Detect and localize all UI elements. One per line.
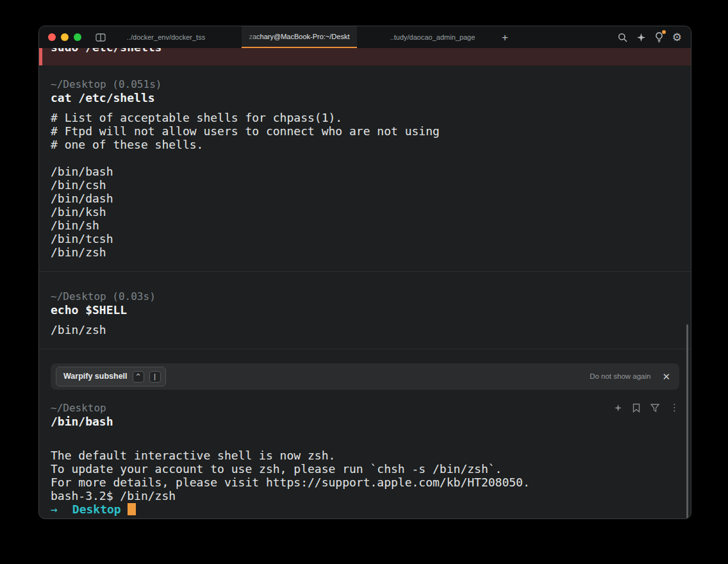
traffic-lights (48, 33, 81, 41)
lightbulb-icon[interactable] (655, 32, 663, 42)
cursor-block (128, 503, 136, 515)
gear-icon[interactable]: ⚙ (672, 32, 682, 43)
bookmark-icon[interactable] (633, 403, 640, 413)
prompt-label: ~/Desktop (0.051s) (51, 78, 679, 91)
tab-bar: ../docker_env/docker_tss zachary@MacBook… (39, 26, 691, 48)
zoom-window-button[interactable] (74, 33, 81, 41)
command-block-cat: ~/Desktop (0.051s) cat /etc/shells # Lis… (39, 65, 691, 271)
notification-dot (662, 30, 666, 34)
output-line: bash-3.2$ /bin/zsh (51, 489, 679, 502)
command-output: /bin/zsh (51, 323, 679, 336)
error-command-text: sudo /etc/shells (51, 48, 691, 54)
prompt-label: ~/Desktop (0.03s) (51, 290, 679, 303)
warpify-subshell-button[interactable]: Warpify subshell ^ | (56, 367, 166, 386)
output-line (51, 151, 679, 165)
terminal-window: ../docker_env/docker_tss zachary@MacBook… (38, 26, 691, 519)
warpify-title: Warpify subshell (63, 370, 128, 383)
output-line: # List of acceptable shells for chpass(1… (51, 111, 679, 124)
close-icon[interactable]: ✕ (662, 372, 670, 381)
key-badge-pipe: | (149, 371, 161, 383)
new-tab-button[interactable]: + (502, 32, 508, 43)
output-line: /bin/tcsh (51, 232, 679, 245)
close-window-button[interactable] (48, 33, 56, 41)
output-line: /bin/zsh (51, 323, 679, 336)
terminal-content: sudo /etc/shells ~/Desktop (0.051s) cat … (39, 48, 691, 518)
tab-label: zachary@MacBook-Pro:~/Deskt (249, 33, 350, 40)
key-badge-ctrl: ^ (133, 371, 144, 383)
search-icon[interactable] (618, 33, 627, 42)
split-pane-icon[interactable] (95, 33, 106, 42)
kebab-menu-icon[interactable]: ⋮ (670, 403, 679, 413)
scrollbar-thumb[interactable] (686, 324, 688, 518)
output-line: /bin/dash (51, 192, 679, 205)
command-output: # List of acceptable shells for chpass(1… (51, 111, 679, 259)
tab-strip: ../docker_env/docker_tss zachary@MacBook… (108, 26, 490, 48)
output-line: /bin/sh (51, 219, 679, 232)
command-block-echo: ~/Desktop (0.03s) echo $SHELL /bin/zsh (39, 271, 691, 349)
command-block-bash: Warpify subshell ^ | Do not show again ✕… (39, 349, 691, 502)
output-line: /bin/bash (51, 165, 679, 178)
tab-zachary-desktop-active[interactable]: zachary@MacBook-Pro:~/Deskt (242, 26, 357, 48)
output-line: /bin/csh (51, 178, 679, 192)
do-not-show-again-button[interactable]: Do not show again (590, 370, 650, 383)
command-text[interactable]: echo $SHELL (51, 303, 679, 317)
warpify-banner: Warpify subshell ^ | Do not show again ✕ (51, 363, 679, 390)
output-line: /bin/ksh (51, 205, 679, 219)
banner-actions: Do not show again ✕ (590, 370, 670, 383)
ai-sparkles-icon[interactable] (636, 33, 646, 42)
tabbar-actions: ⚙ (618, 32, 683, 43)
prompt-directory: Desktop (72, 502, 121, 516)
tab-label: ../docker_env/docker_tss (127, 33, 205, 41)
command-output: The default interactive shell is now zsh… (51, 449, 679, 502)
terminal-input-line[interactable]: → Desktop (39, 502, 691, 516)
block-header: ~/Desktop (51, 401, 679, 415)
output-line: # one of these shells. (51, 138, 679, 151)
filter-icon[interactable] (650, 404, 659, 412)
prompt-label: ~/Desktop (51, 401, 106, 415)
error-command-block[interactable]: sudo /etc/shells (39, 48, 691, 65)
output-line: /bin/zsh (51, 245, 679, 259)
output-line: The default interactive shell is now zsh… (51, 449, 679, 462)
output-line: For more details, please visit https://s… (51, 476, 679, 489)
tab-label: ..tudy/daocao_admin_page (390, 33, 476, 41)
block-actions: ⋮ (614, 403, 679, 413)
minimize-window-button[interactable] (61, 33, 69, 41)
command-text[interactable]: cat /etc/shells (51, 91, 679, 104)
prompt-arrow-icon: → (51, 502, 58, 516)
tab-daocao-admin[interactable]: ..tudy/daocao_admin_page (375, 26, 490, 48)
output-line: # Ftpd will not allow users to connect w… (51, 124, 679, 138)
tab-docker-env[interactable]: ../docker_env/docker_tss (108, 26, 224, 48)
command-text[interactable]: /bin/bash (51, 415, 679, 428)
output-line: To update your account to use zsh, pleas… (51, 462, 679, 476)
ai-sparkle-icon[interactable] (614, 404, 622, 412)
